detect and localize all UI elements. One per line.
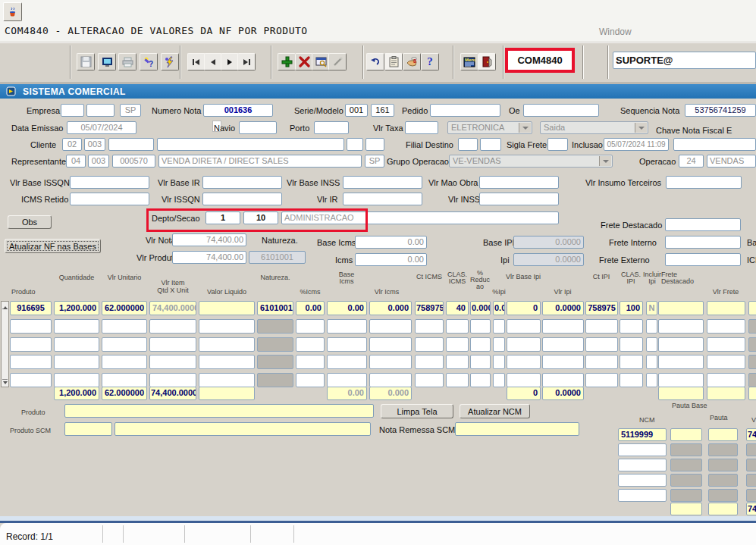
cell-clas-icms[interactable]: 40 bbox=[446, 301, 469, 315]
java-button[interactable] bbox=[3, 2, 22, 21]
cell-empty[interactable] bbox=[542, 355, 584, 369]
cell-incluir-ipi[interactable]: N bbox=[646, 301, 657, 315]
cell-vlr-icms[interactable]: 0.000 bbox=[369, 301, 412, 315]
cell-picms[interactable]: 0.00 bbox=[296, 301, 325, 315]
cell-empty[interactable] bbox=[327, 319, 367, 334]
cell-empty[interactable] bbox=[620, 373, 643, 387]
cell-empty[interactable] bbox=[585, 373, 618, 387]
frete-destacado-field[interactable] bbox=[665, 218, 741, 231]
cell-empty[interactable] bbox=[493, 337, 505, 352]
nav-first-button[interactable] bbox=[187, 53, 205, 70]
cell-empty[interactable] bbox=[102, 319, 147, 334]
grid-scrollbar[interactable] bbox=[1, 301, 9, 387]
produto-scm-cod-field[interactable] bbox=[64, 422, 112, 436]
rep-cod-field[interactable]: 000570 bbox=[112, 155, 155, 168]
scroll-down-icon[interactable] bbox=[2, 379, 8, 386]
cell-produto[interactable]: 916695 bbox=[10, 301, 52, 315]
filial-destino-fil-field[interactable] bbox=[480, 138, 501, 151]
cell-empty[interactable] bbox=[707, 355, 745, 369]
cancel-query-button[interactable] bbox=[328, 53, 347, 70]
cell-ct-icms[interactable]: 758975 bbox=[415, 301, 444, 315]
enter-query-button[interactable] bbox=[312, 53, 330, 70]
vlr-base-ir-field[interactable] bbox=[202, 176, 282, 189]
insert-record-button[interactable] bbox=[278, 53, 296, 70]
cell-empty[interactable] bbox=[446, 319, 469, 334]
atualizar-nf-button[interactable]: Atualizar NF nas Bases bbox=[5, 239, 101, 253]
cliente-extra1-field[interactable] bbox=[347, 138, 363, 151]
ncm-pauta-base-row1[interactable] bbox=[670, 428, 702, 441]
chave-nota-field[interactable] bbox=[673, 138, 756, 151]
vlr-base-inss-field[interactable] bbox=[343, 176, 422, 189]
window-menu[interactable]: Window bbox=[599, 27, 632, 37]
entrada-saida-select[interactable]: Saida bbox=[540, 121, 648, 134]
ncm-empty[interactable] bbox=[618, 443, 667, 456]
user-field[interactable]: SUPORTE@ bbox=[613, 52, 756, 69]
sequencia-nota-field[interactable]: 53756741259 bbox=[685, 104, 756, 117]
cell-empty[interactable] bbox=[415, 355, 444, 369]
cell-vlr-base-ipi[interactable]: 0 bbox=[507, 301, 541, 315]
cell-empty[interactable] bbox=[585, 355, 618, 369]
cell-empty[interactable] bbox=[149, 319, 196, 334]
cell-empty[interactable] bbox=[149, 355, 196, 369]
nav-next-button[interactable] bbox=[221, 53, 239, 70]
cell-natureza[interactable]: 6101001 bbox=[257, 301, 293, 315]
cell-empty[interactable] bbox=[327, 337, 367, 352]
cell-empty[interactable] bbox=[10, 355, 52, 369]
cell-empty[interactable] bbox=[470, 355, 491, 369]
cell-empty[interactable] bbox=[296, 319, 325, 334]
cell-empty[interactable] bbox=[620, 337, 643, 352]
grupo-operacao-select[interactable]: VE-VENDAS bbox=[449, 155, 613, 168]
search-help-button[interactable]: ? bbox=[140, 53, 158, 70]
execute-button[interactable] bbox=[161, 53, 179, 70]
frete-externo-field[interactable] bbox=[665, 253, 741, 266]
cliente-cod-field[interactable] bbox=[108, 138, 154, 151]
cell-empty[interactable] bbox=[446, 373, 469, 387]
ncm-empty[interactable] bbox=[618, 459, 667, 471]
pedido-field[interactable] bbox=[430, 104, 500, 117]
cliente-fil-field[interactable]: 003 bbox=[84, 138, 105, 151]
cell-empty[interactable] bbox=[542, 319, 584, 334]
cell-empty[interactable] bbox=[327, 373, 367, 387]
cell-clas-ipi[interactable]: 100 bbox=[620, 301, 643, 315]
cell-empty[interactable] bbox=[646, 337, 657, 352]
operacao-cod-field[interactable]: 24 bbox=[679, 155, 704, 168]
cell-empty[interactable] bbox=[493, 373, 505, 387]
ncm-empty[interactable] bbox=[618, 489, 667, 502]
cell-empty[interactable] bbox=[646, 355, 657, 369]
cell-empty[interactable] bbox=[415, 373, 444, 387]
numero-nota-field[interactable]: 001636 bbox=[203, 104, 273, 117]
cell-empty[interactable] bbox=[415, 337, 444, 352]
cell-empty[interactable] bbox=[646, 373, 657, 387]
cell-empty[interactable] bbox=[507, 337, 541, 352]
delete-record-button[interactable] bbox=[295, 53, 313, 70]
cell-ct-ipi[interactable]: 758975 bbox=[585, 301, 618, 315]
empresa-emp-field[interactable] bbox=[61, 104, 84, 117]
cell-empty[interactable] bbox=[658, 337, 704, 352]
produto-scm-desc-field[interactable] bbox=[114, 422, 371, 436]
window-menu-title[interactable]: COM4840 - ALTERACAO DE VALORES DA NF POR… bbox=[5, 25, 308, 36]
rep-emp-field[interactable]: 04 bbox=[66, 155, 86, 168]
cell-empty[interactable] bbox=[707, 319, 745, 334]
help-button[interactable]: ? bbox=[421, 53, 439, 70]
cell-empty[interactable] bbox=[199, 337, 255, 352]
oe-field[interactable] bbox=[523, 104, 599, 117]
rep-fil-field[interactable]: 003 bbox=[88, 155, 109, 168]
nav-last-button[interactable] bbox=[237, 53, 256, 70]
obs-button[interactable]: Obs bbox=[8, 215, 52, 229]
cell-empty[interactable] bbox=[470, 373, 491, 387]
scroll-up-icon[interactable] bbox=[2, 302, 8, 309]
inclusao-field[interactable]: 05/07/2024 11:09 bbox=[604, 138, 669, 151]
cell-empty[interactable] bbox=[507, 319, 541, 334]
tipo-nota-select[interactable]: ELETRONICA bbox=[447, 121, 532, 134]
cell-empty[interactable] bbox=[415, 319, 444, 334]
cell-empty[interactable] bbox=[369, 337, 412, 352]
cell-empty[interactable] bbox=[470, 337, 491, 352]
cell-empty[interactable] bbox=[446, 355, 469, 369]
nota-remessa-field[interactable] bbox=[455, 422, 579, 436]
cell-empty[interactable] bbox=[369, 355, 412, 369]
cell-empty[interactable] bbox=[149, 337, 196, 352]
cliente-nome-field[interactable] bbox=[157, 138, 344, 151]
cell-empty[interactable] bbox=[54, 355, 99, 369]
cell-vlr-frete[interactable] bbox=[707, 301, 745, 315]
print-button[interactable] bbox=[118, 53, 136, 70]
